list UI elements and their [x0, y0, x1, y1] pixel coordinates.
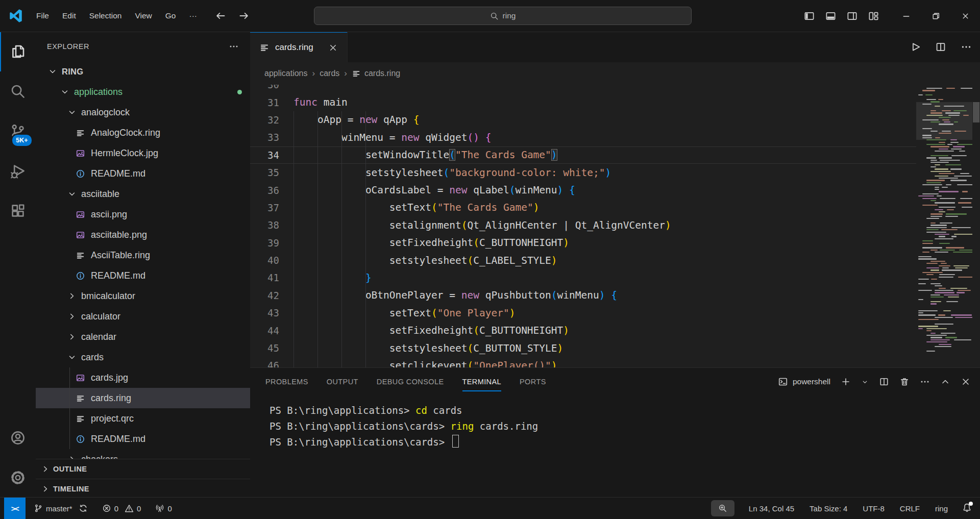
- tree-item-asciitable[interactable]: asciitable: [36, 184, 250, 204]
- minimap-line: [930, 337, 942, 338]
- notifications-bell[interactable]: [962, 503, 972, 514]
- line-number: 34: [250, 150, 279, 161]
- terminal-shell-item[interactable]: powershell: [778, 377, 830, 387]
- status-line-col[interactable]: Ln 34, Col 45: [748, 504, 795, 513]
- minimize-button[interactable]: [902, 12, 911, 20]
- restore-button[interactable]: [932, 12, 940, 20]
- code-editor[interactable]: 3031func main32 oApp = new qApp {33 winM…: [250, 85, 980, 367]
- minimap-line: [930, 121, 940, 122]
- minimap-viewport[interactable]: [916, 102, 972, 140]
- tree-item-readme-md[interactable]: README.md: [36, 163, 250, 184]
- breadcrumb-cards[interactable]: cards: [320, 69, 339, 78]
- tree-item-asciitable-ring[interactable]: AsciiTable.ring: [36, 245, 250, 265]
- run-button[interactable]: [910, 41, 921, 53]
- toggle-sidebar-button[interactable]: [804, 11, 815, 21]
- tree-item-calendar[interactable]: calendar: [36, 327, 250, 347]
- menu-edit[interactable]: Edit: [56, 8, 83, 24]
- tree-item-analogclock-ring[interactable]: AnalogClock.ring: [36, 122, 250, 143]
- activity-account[interactable]: [0, 418, 36, 458]
- zoom-button[interactable]: [711, 500, 734, 516]
- tree-item-checkers[interactable]: checkers: [36, 449, 250, 459]
- panel-tab-problems[interactable]: PROBLEMS: [265, 368, 308, 396]
- menu-selection[interactable]: Selection: [83, 8, 129, 24]
- navigate-back-button[interactable]: [215, 10, 226, 21]
- broadcast-count: 0: [167, 504, 172, 513]
- status-language[interactable]: ring: [934, 504, 949, 513]
- panel-more-actions-button[interactable]: [920, 377, 930, 387]
- kill-terminal-button[interactable]: [899, 377, 910, 387]
- toggle-secondary-sidebar-button[interactable]: [847, 11, 857, 21]
- new-terminal-button[interactable]: [841, 377, 851, 387]
- breadcrumb-separator: ›: [344, 68, 347, 79]
- status-eol[interactable]: CRLF: [899, 504, 921, 513]
- tree-root-ring[interactable]: RING: [36, 61, 250, 82]
- menu-file[interactable]: File: [30, 8, 56, 24]
- terminal-dropdown-button[interactable]: [861, 378, 869, 386]
- panel-tab-terminal[interactable]: TERMINAL: [462, 368, 502, 396]
- close-panel-button[interactable]: [961, 377, 971, 387]
- menu-more[interactable]: ···: [182, 8, 204, 24]
- menu-go[interactable]: Go: [159, 8, 183, 24]
- minimap-line: [954, 176, 971, 177]
- status-tab-size[interactable]: Tab Size: 4: [808, 504, 848, 513]
- minimap-line: [950, 288, 968, 289]
- editor-more-actions-button[interactable]: [961, 41, 972, 53]
- minimap-line: [930, 225, 947, 226]
- section-outline[interactable]: OUTLINE: [36, 459, 250, 479]
- tree-item-bmicalculator[interactable]: bmicalculator: [36, 286, 250, 306]
- tree-item-cards[interactable]: cards: [36, 347, 250, 367]
- customize-layout-button[interactable]: [868, 11, 879, 21]
- item-label: bmicalculator: [81, 291, 135, 302]
- tree-item-asciitable-png[interactable]: asciitable.png: [36, 225, 250, 245]
- item-label: cards.jpg: [91, 373, 128, 383]
- minimap[interactable]: [916, 85, 972, 367]
- activity-extensions[interactable]: [0, 191, 36, 231]
- activity-search[interactable]: [0, 71, 36, 111]
- panel-tab-ports[interactable]: PORTS: [520, 368, 546, 396]
- git-branch-item[interactable]: master*: [33, 504, 89, 513]
- tree-item-analogclock[interactable]: analogclock: [36, 102, 250, 122]
- activity-run-debug[interactable]: [0, 151, 36, 191]
- activity-source-control[interactable]: 5K+: [0, 111, 36, 151]
- maximize-panel-button[interactable]: [940, 377, 950, 387]
- problems-item[interactable]: 0 0: [101, 504, 142, 513]
- split-terminal-button[interactable]: [879, 377, 889, 387]
- menu-view[interactable]: View: [128, 8, 158, 24]
- explorer-actions-button[interactable]: [229, 41, 239, 52]
- line-content: oBtnOnePlayer = new qPushbutton(winMenu)…: [279, 289, 617, 301]
- code-line-42: 42 oBtnOnePlayer = new qPushbutton(winMe…: [250, 287, 916, 304]
- section-timeline[interactable]: TIMELINE: [36, 479, 250, 498]
- command-center-search[interactable]: ring: [314, 7, 692, 25]
- tree-item-cards-ring[interactable]: cards.ring: [36, 388, 250, 408]
- tree-item-project-qrc[interactable]: project.qrc: [36, 408, 250, 429]
- activity-explorer[interactable]: [0, 32, 36, 71]
- tree-item-readme-md[interactable]: README.md: [36, 429, 250, 449]
- tree-item-applications[interactable]: applications: [36, 82, 250, 102]
- minimap-line: [930, 333, 936, 334]
- tree-item-hermleclock-jpg[interactable]: HermleClock.jpg: [36, 143, 250, 163]
- activity-settings[interactable]: [0, 458, 36, 498]
- line-number: 36: [250, 185, 279, 196]
- explorer-sidebar: EXPLORER RINGapplicationsanalogclockAnal…: [36, 32, 251, 498]
- status-encoding[interactable]: UTF-8: [862, 504, 886, 513]
- breadcrumb-applications[interactable]: applications: [264, 69, 308, 78]
- tree-item-ascii-png[interactable]: ascii.png: [36, 204, 250, 225]
- tree-item-readme-md[interactable]: README.md: [36, 265, 250, 286]
- tree-item-calculator[interactable]: calculator: [36, 306, 250, 327]
- toggle-panel-button[interactable]: [825, 11, 836, 21]
- tree-item-cards-jpg[interactable]: cards.jpg: [36, 367, 250, 388]
- tab-cards-ring[interactable]: cards.ring: [250, 32, 348, 62]
- minimap-line: [953, 252, 972, 253]
- minimap-line: [926, 330, 932, 331]
- split-editor-button[interactable]: [935, 41, 946, 53]
- terminal-output[interactable]: PS B:\ring\applications> cd cardsPS B:\r…: [250, 396, 980, 450]
- editor-scrollbar[interactable]: [973, 102, 979, 122]
- panel-tab-output[interactable]: OUTPUT: [327, 368, 358, 396]
- navigate-forward-button[interactable]: [238, 10, 250, 21]
- close-window-button[interactable]: [961, 12, 970, 20]
- panel-tab-debug-console[interactable]: DEBUG CONSOLE: [377, 368, 444, 396]
- ports-item[interactable]: 0: [154, 504, 173, 513]
- close-tab-icon[interactable]: [328, 43, 338, 53]
- breadcrumb-cards-ring[interactable]: cards.ring: [352, 69, 400, 78]
- remote-indicator[interactable]: ><: [4, 498, 26, 519]
